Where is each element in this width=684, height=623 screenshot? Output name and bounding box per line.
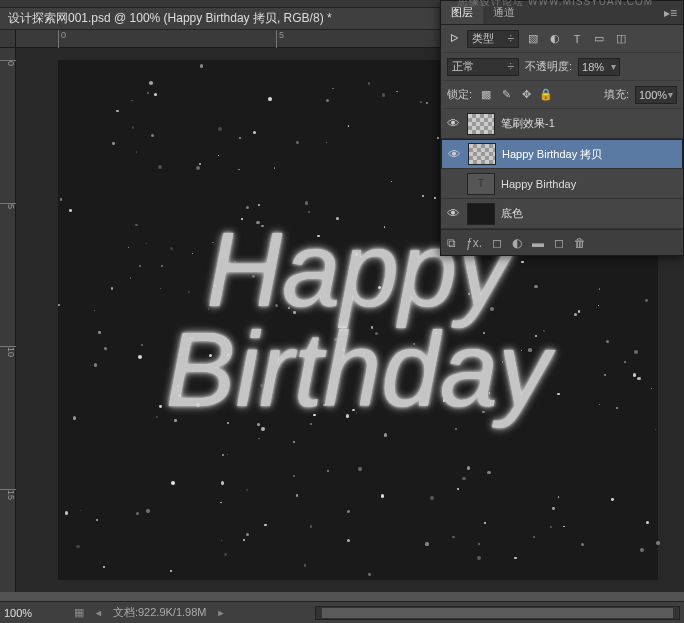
- ruler-vertical[interactable]: 0 5 10 15: [0, 48, 16, 592]
- delete-layer-icon[interactable]: 🗑: [574, 236, 586, 250]
- ruler-origin[interactable]: [0, 30, 16, 48]
- filter-icon: ᐅ: [447, 32, 461, 46]
- layer-thumbnail[interactable]: [468, 143, 496, 165]
- filter-pixel-icon[interactable]: ▧: [525, 31, 541, 47]
- layer-name[interactable]: 底色: [501, 206, 523, 221]
- visibility-toggle-icon[interactable]: 👁: [445, 116, 461, 131]
- new-layer-icon[interactable]: ◻: [554, 236, 564, 250]
- layer-fx-icon[interactable]: ƒx.: [466, 236, 482, 250]
- layer-row[interactable]: 👁Happy Birthday 拷贝: [441, 139, 683, 169]
- lock-label: 锁定:: [447, 87, 472, 102]
- fill-input[interactable]: 100%▾: [635, 86, 677, 104]
- layer-list: 👁笔刷效果-1👁Happy Birthday 拷贝THappy Birthday…: [441, 109, 683, 229]
- layer-thumbnail[interactable]: [467, 203, 495, 225]
- blend-mode-select[interactable]: 正常÷: [447, 58, 519, 76]
- visibility-toggle-icon[interactable]: 👁: [446, 147, 462, 162]
- layer-name[interactable]: Happy Birthday: [501, 178, 576, 190]
- blend-row: 正常÷ 不透明度: 18%▾: [441, 53, 683, 81]
- lock-position-icon[interactable]: ✥: [518, 87, 534, 103]
- status-prev-icon[interactable]: ◄: [94, 608, 103, 618]
- link-layers-icon[interactable]: ⧉: [447, 236, 456, 250]
- fill-label: 填充:: [604, 87, 629, 102]
- status-bar: 100% ▦ ◄ 文档:922.9K/1.98M ►: [0, 601, 684, 623]
- opacity-input[interactable]: 18%▾: [578, 58, 620, 76]
- lock-row: 锁定: ▩ ✎ ✥ 🔒 填充: 100%▾: [441, 81, 683, 109]
- opacity-label: 不透明度:: [525, 59, 572, 74]
- adjustment-layer-icon[interactable]: ◐: [512, 236, 522, 250]
- filter-smart-icon[interactable]: ◫: [613, 31, 629, 47]
- filter-type-icon[interactable]: T: [569, 31, 585, 47]
- status-next-icon[interactable]: ►: [216, 608, 225, 618]
- layer-mask-icon[interactable]: ◻: [492, 236, 502, 250]
- lock-paint-icon[interactable]: ✎: [498, 87, 514, 103]
- filter-shape-icon[interactable]: ▭: [591, 31, 607, 47]
- panel-menu-icon[interactable]: ▸≡: [658, 2, 683, 24]
- layers-panel: 思缘设计论坛 WWW.MISSYUAN.COM 图层 通道 ▸≡ ᐅ 类型÷ ▧…: [440, 0, 684, 256]
- layer-row[interactable]: 👁底色: [441, 199, 683, 229]
- layer-thumbnail[interactable]: [467, 113, 495, 135]
- layer-thumbnail[interactable]: T: [467, 173, 495, 195]
- lock-all-icon[interactable]: 🔒: [538, 87, 554, 103]
- filter-type-select[interactable]: 类型÷: [467, 30, 519, 48]
- horizontal-scrollbar[interactable]: [315, 606, 680, 620]
- zoom-level[interactable]: 100%: [4, 607, 64, 619]
- lock-transparency-icon[interactable]: ▩: [478, 87, 494, 103]
- filter-adjust-icon[interactable]: ◐: [547, 31, 563, 47]
- group-icon[interactable]: ▬: [532, 236, 544, 250]
- document-title: 设计探索网001.psd @ 100% (Happy Birthday 拷贝, …: [8, 10, 332, 27]
- layer-row[interactable]: THappy Birthday: [441, 169, 683, 199]
- layer-name[interactable]: Happy Birthday 拷贝: [502, 147, 602, 162]
- file-size: 文档:922.9K/1.98M: [113, 605, 207, 620]
- layer-name[interactable]: 笔刷效果-1: [501, 116, 555, 131]
- panel-footer: ⧉ ƒx. ◻ ◐ ▬ ◻ 🗑: [441, 229, 683, 255]
- layer-filter-row: ᐅ 类型÷ ▧ ◐ T ▭ ◫: [441, 25, 683, 53]
- watermark: 思缘设计论坛 WWW.MISSYUAN.COM: [458, 0, 653, 9]
- view-options-icon[interactable]: ▦: [74, 606, 84, 619]
- visibility-toggle-icon[interactable]: 👁: [445, 206, 461, 221]
- layer-row[interactable]: 👁笔刷效果-1: [441, 109, 683, 139]
